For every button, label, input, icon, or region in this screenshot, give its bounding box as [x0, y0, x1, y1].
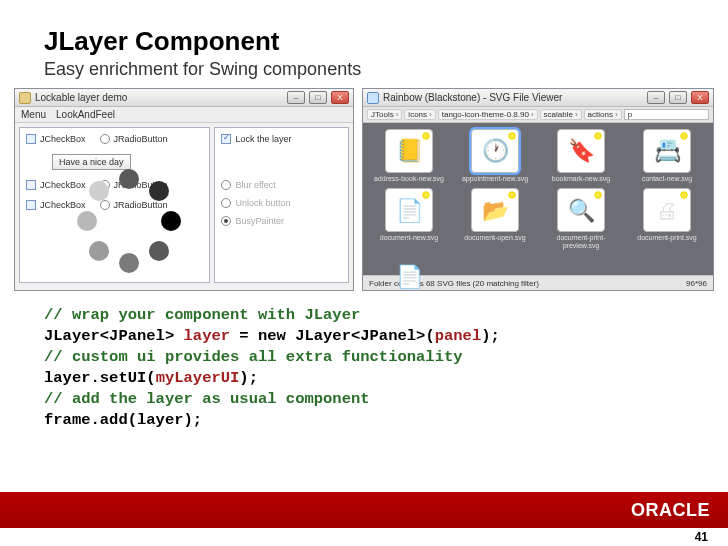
- crumb[interactable]: tango-icon-theme-0.8.90: [438, 109, 538, 120]
- new-badge-icon: [680, 132, 688, 140]
- checkbox-icon[interactable]: [26, 134, 36, 144]
- crumb[interactable]: JTools: [367, 109, 402, 120]
- slide-title: JLayer Component: [44, 26, 684, 57]
- file-icon: 📒: [385, 129, 433, 173]
- nice-day-button[interactable]: Have a nice day: [52, 154, 131, 170]
- new-badge-icon: [594, 191, 602, 199]
- new-badge-icon: [508, 191, 516, 199]
- file-icon-cell[interactable]: 📂document-open.svg: [455, 188, 535, 249]
- file-icon: 🕐: [471, 129, 519, 173]
- file-icon-cell[interactable]: 📄document-new.svg: [369, 188, 449, 249]
- spinner-dot: [119, 169, 139, 189]
- file-label: document-new.svg: [369, 234, 449, 241]
- radio-icon[interactable]: [100, 134, 110, 144]
- maximize-button[interactable]: □: [669, 91, 687, 104]
- new-badge-icon: [594, 132, 602, 140]
- file-label: contact-new.svg: [627, 175, 707, 182]
- new-badge-icon: [422, 191, 430, 199]
- file-icon-cell[interactable]: 🕐appointment-new.svg: [455, 129, 535, 182]
- spinner-dot: [89, 241, 109, 261]
- lock-checkbox[interactable]: [221, 134, 231, 144]
- spinner-dot: [149, 181, 169, 201]
- blur-radio[interactable]: [221, 180, 231, 190]
- spinner-dot: [149, 241, 169, 261]
- comment: // add the layer as usual component: [44, 390, 370, 408]
- window-title: Rainbow (Blackstone) - SVG File Viewer: [383, 92, 643, 103]
- radio-label: JRadioButton: [114, 134, 168, 144]
- file-label: address-book-new.svg: [369, 175, 449, 182]
- icon-size: 96*96: [686, 279, 707, 288]
- close-button[interactable]: X: [331, 91, 349, 104]
- spinner-dot: [161, 211, 181, 231]
- file-icon: 📄: [385, 255, 433, 299]
- file-icon: 🔍: [557, 188, 605, 232]
- file-icon: 🔖: [557, 129, 605, 173]
- file-icon: 📄: [385, 188, 433, 232]
- lock-label: Lock the layer: [235, 134, 291, 144]
- left-window: Lockable layer demo – □ X Menu LookAndFe…: [14, 88, 354, 291]
- file-icon: 🖨: [643, 188, 691, 232]
- spinner-dot: [77, 211, 97, 231]
- footer-bar: ORACLE: [0, 492, 728, 528]
- file-icon-cell[interactable]: 📒address-book-new.svg: [369, 129, 449, 182]
- menu-item[interactable]: LookAndFeel: [56, 109, 115, 120]
- file-label: document-print.svg: [627, 234, 707, 241]
- right-window: Rainbow (Blackstone) - SVG File Viewer –…: [362, 88, 714, 291]
- file-icon-cell[interactable]: 📇contact-new.svg: [627, 129, 707, 182]
- file-icon: 📂: [471, 188, 519, 232]
- new-badge-icon: [508, 132, 516, 140]
- file-icon-cell[interactable]: 🔍document-print-preview.svg: [541, 188, 621, 249]
- menubar: Menu LookAndFeel: [15, 107, 353, 123]
- file-label: appointment-new.svg: [455, 175, 535, 182]
- slide-subtitle: Easy enrichment for Swing components: [44, 59, 684, 80]
- checkbox-row: JCheckBox JRadioButton: [26, 134, 168, 144]
- crumb[interactable]: actions: [584, 109, 622, 120]
- menu-item[interactable]: Menu: [21, 109, 46, 120]
- options-panel: Lock the layer Blur effect Unlock button…: [214, 127, 349, 283]
- file-label: document-open.svg: [455, 234, 535, 241]
- file-icon: 📇: [643, 129, 691, 173]
- titlebar: Rainbow (Blackstone) - SVG File Viewer –…: [363, 89, 713, 107]
- blur-label: Blur effect: [235, 180, 275, 190]
- file-icon-cell[interactable]: 🖨document-print.svg: [627, 188, 707, 249]
- titlebar: Lockable layer demo – □ X: [15, 89, 353, 107]
- crumb[interactable]: scalable: [540, 109, 582, 120]
- window-title: Lockable layer demo: [35, 92, 283, 103]
- file-label: bookmark-new.svg: [541, 175, 621, 182]
- maximize-button[interactable]: □: [309, 91, 327, 104]
- minimize-button[interactable]: –: [647, 91, 665, 104]
- code-block: // wrap your component with JLayer JLaye…: [44, 305, 684, 431]
- checkbox-icon[interactable]: [26, 180, 36, 190]
- filter-input[interactable]: p: [624, 109, 709, 120]
- file-label: document-print-preview.svg: [541, 234, 621, 249]
- crumb[interactable]: icons: [404, 109, 435, 120]
- new-badge-icon: [422, 132, 430, 140]
- checkbox-label: JCheckBox: [40, 134, 86, 144]
- busy-radio[interactable]: [221, 216, 231, 226]
- unlock-radio[interactable]: [221, 198, 231, 208]
- oracle-logo: ORACLE: [631, 500, 710, 521]
- unlock-label: Unlock button: [235, 198, 290, 208]
- spinner-dot: [119, 253, 139, 273]
- spinner-dot: [89, 181, 109, 201]
- app-icon: [367, 92, 379, 104]
- new-badge-icon: [680, 191, 688, 199]
- icon-grid[interactable]: 📒address-book-new.svg🕐appointment-new.sv…: [363, 123, 713, 275]
- checkbox-icon[interactable]: [26, 200, 36, 210]
- busy-spinner: [79, 171, 189, 281]
- close-button[interactable]: X: [691, 91, 709, 104]
- file-icon-cell[interactable]: 🔖bookmark-new.svg: [541, 129, 621, 182]
- comment: // custom ui provides all extra function…: [44, 348, 463, 366]
- comment: // wrap your component with JLayer: [44, 306, 360, 324]
- java-icon: [19, 92, 31, 104]
- minimize-button[interactable]: –: [287, 91, 305, 104]
- breadcrumb: JTools icons tango-icon-theme-0.8.90 sca…: [363, 107, 713, 123]
- page-number: 41: [695, 530, 708, 544]
- busy-label: BusyPainter: [235, 216, 284, 226]
